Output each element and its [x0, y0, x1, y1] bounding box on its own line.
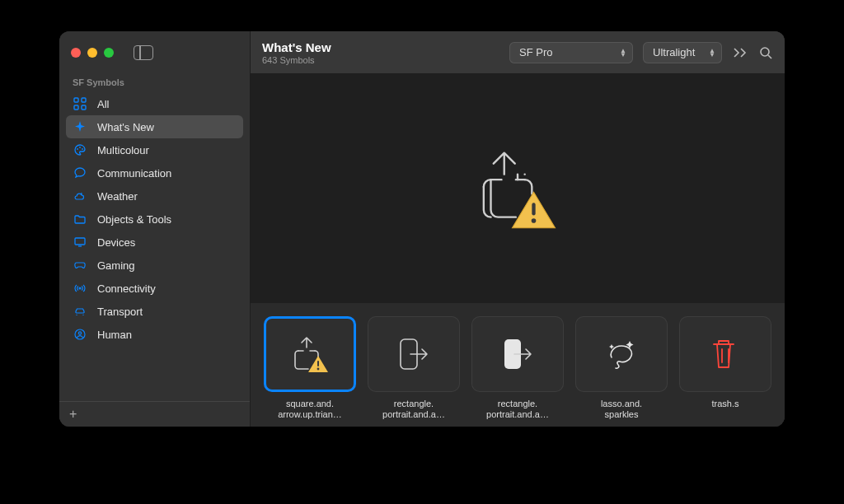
svg-rect-12 [532, 203, 535, 215]
svg-point-4 [77, 148, 78, 150]
svg-point-15 [317, 368, 320, 371]
svg-point-8 [79, 287, 81, 289]
grid-cell[interactable]: rectangle. portrait.and.a… [471, 316, 564, 420]
grid-caption: lasso.and. sparkles [575, 399, 668, 420]
sidebar-list: All What's New Multicolour Communication [59, 92, 250, 401]
grid-cell[interactable]: trash.s [679, 316, 771, 420]
display-icon [73, 236, 87, 249]
folder-icon [73, 212, 87, 226]
speech-bubble-icon [73, 166, 87, 180]
svg-point-10 [78, 332, 81, 334]
gamecontroller-icon [73, 259, 87, 272]
grid-cell[interactable]: square.and. arrow.up.trian… [264, 316, 356, 420]
share-triangle-warning-icon [264, 316, 356, 392]
svg-point-11 [761, 48, 769, 56]
sidebar-item-communication[interactable]: Communication [59, 161, 250, 184]
sidebar: SF Symbols All What's New Multicolour [59, 31, 251, 427]
svg-rect-7 [75, 238, 85, 245]
symbol-grid: square.and. arrow.up.trian… rectangle. p… [251, 303, 785, 427]
sidebar-item-devices[interactable]: Devices [59, 231, 250, 254]
main-area: What's New 643 Symbols SF Pro ▲▼ Ultrali… [251, 31, 785, 427]
svg-rect-3 [82, 105, 86, 110]
minimize-window-button[interactable] [87, 48, 97, 58]
car-icon [73, 305, 87, 318]
grid-caption: rectangle. portrait.and.a… [368, 399, 460, 420]
sidebar-item-objects-tools[interactable]: Objects & Tools [59, 208, 250, 231]
font-popup[interactable]: SF Pro ▲▼ [509, 42, 633, 63]
trash-icon [679, 316, 771, 392]
toggle-sidebar-icon[interactable] [134, 45, 153, 60]
chevron-up-down-icon: ▲▼ [620, 49, 626, 57]
sparkle-icon [73, 120, 87, 133]
sidebar-heading: SF Symbols [59, 74, 250, 92]
sidebar-item-label: Multicolour [97, 144, 149, 156]
add-category-button[interactable]: + [59, 401, 250, 427]
svg-rect-14 [317, 361, 319, 366]
lasso-sparkles-icon [575, 316, 668, 392]
grid-caption: rectangle. portrait.and.a… [471, 399, 564, 420]
titlebar [59, 31, 250, 74]
cloud-moon-icon [73, 189, 87, 203]
page-title: What's New [262, 40, 331, 54]
sidebar-item-label: Devices [97, 236, 135, 249]
symbol-preview [251, 74, 785, 303]
weight-popup-value: Ultralight [653, 46, 695, 58]
sidebar-item-label: Weather [97, 190, 138, 203]
palette-icon [73, 143, 87, 156]
sidebar-item-whats-new[interactable]: What's New [66, 115, 243, 138]
svg-rect-1 [82, 98, 86, 102]
rectangle-portrait-arrow-right-fill-icon [471, 316, 564, 392]
sidebar-item-connectivity[interactable]: Connectivity [59, 277, 250, 300]
sidebar-item-human[interactable]: Human [59, 323, 250, 346]
weight-popup[interactable]: Ultralight ▲▼ [643, 42, 722, 63]
svg-rect-0 [74, 98, 78, 102]
chevron-up-down-icon: ▲▼ [709, 49, 715, 57]
svg-rect-2 [74, 105, 78, 110]
window-controls [71, 48, 114, 58]
sidebar-item-all[interactable]: All [59, 92, 250, 115]
svg-point-13 [532, 218, 537, 223]
font-popup-value: SF Pro [519, 46, 552, 58]
sidebar-item-label: Connectivity [97, 282, 156, 295]
app-window: SF Symbols All What's New Multicolour [59, 31, 785, 427]
grid-icon [73, 97, 87, 110]
sidebar-item-gaming[interactable]: Gaming [59, 254, 250, 277]
sidebar-item-multicolour[interactable]: Multicolour [59, 138, 250, 161]
toolbar-title-group: What's New 643 Symbols [262, 40, 331, 65]
rectangle-portrait-arrow-right-outline-icon [368, 316, 460, 392]
sidebar-item-label: Human [97, 329, 132, 341]
person-circle-icon [73, 328, 87, 341]
svg-point-6 [82, 148, 83, 150]
share-triangle-warning-icon [464, 135, 571, 242]
symbol-count: 643 Symbols [262, 55, 331, 65]
antenna-icon [73, 282, 87, 295]
sidebar-item-label: Communication [97, 167, 171, 180]
sidebar-item-label: All [97, 98, 109, 110]
sidebar-item-weather[interactable]: Weather [59, 184, 250, 208]
sidebar-item-label: What's New [97, 121, 154, 133]
sidebar-item-label: Objects & Tools [97, 213, 171, 226]
grid-caption: trash.s [679, 399, 771, 409]
search-icon[interactable] [758, 45, 773, 60]
svg-point-5 [79, 147, 81, 148]
grid-caption: square.and. arrow.up.trian… [264, 399, 356, 420]
sidebar-item-label: Gaming [97, 259, 135, 272]
overflow-chevrons-icon[interactable] [732, 46, 748, 59]
fullscreen-window-button[interactable] [104, 48, 114, 58]
grid-cell[interactable]: lasso.and. sparkles [575, 316, 668, 420]
grid-cell[interactable]: rectangle. portrait.and.a… [368, 316, 460, 420]
toolbar: What's New 643 Symbols SF Pro ▲▼ Ultrali… [251, 31, 785, 74]
sidebar-item-label: Transport [97, 306, 143, 318]
sidebar-item-transport[interactable]: Transport [59, 300, 250, 323]
close-window-button[interactable] [71, 48, 81, 58]
